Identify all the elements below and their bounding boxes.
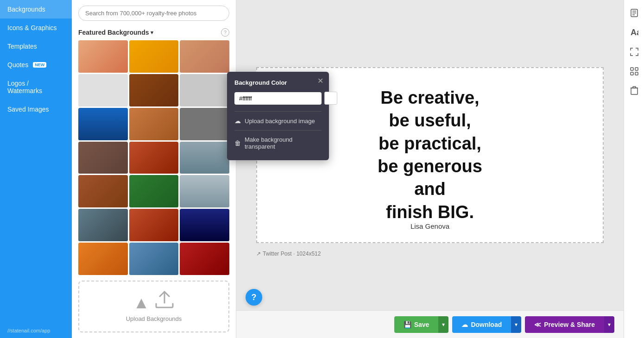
preview-share-chevron-button[interactable]: ▾ <box>604 316 614 333</box>
list-item[interactable] <box>129 142 179 174</box>
list-item[interactable] <box>78 209 128 241</box>
bottom-bar: 💾 Save ▾ ☁ Download ▾ ≪ Preview & Share … <box>236 310 624 338</box>
color-swatch[interactable] <box>324 92 337 105</box>
list-item[interactable] <box>180 74 229 106</box>
sidebar-item-label: Saved Images <box>7 106 49 113</box>
color-input-row <box>234 92 322 105</box>
list-item[interactable] <box>129 175 179 207</box>
list-item[interactable] <box>129 40 179 73</box>
expand-tool-button[interactable] <box>627 44 642 59</box>
list-item[interactable] <box>129 108 179 140</box>
image-grid <box>72 40 236 275</box>
sidebar-item-quotes[interactable]: Quotes NEW <box>0 56 72 74</box>
svg-rect-6 <box>635 68 638 70</box>
list-item[interactable] <box>180 108 229 140</box>
chevron-down-icon: ▾ <box>151 30 153 36</box>
right-tools: Aa <box>624 0 644 338</box>
list-item[interactable] <box>78 175 128 207</box>
list-item[interactable] <box>129 74 179 106</box>
sidebar-item-templates[interactable]: Templates <box>0 37 72 56</box>
sidebar-footer: //statenail.com/app <box>0 323 72 338</box>
list-item[interactable] <box>78 243 128 275</box>
sidebar: Backgrounds Icons & Graphics Templates Q… <box>0 0 72 338</box>
trash-icon: 🗑 <box>234 139 241 147</box>
svg-rect-8 <box>635 72 638 75</box>
save-chevron-button[interactable]: ▾ <box>438 316 448 333</box>
page-tool-button[interactable] <box>627 6 642 20</box>
upload-background-action[interactable]: ☁ Upload background image <box>234 114 322 127</box>
search-bar <box>72 0 236 26</box>
download-button-group: ☁ Download ▾ <box>452 316 521 333</box>
share-icon: ≪ <box>534 321 541 328</box>
grid-tool-button[interactable] <box>627 64 642 79</box>
list-item[interactable] <box>180 142 229 174</box>
list-item[interactable] <box>180 40 229 73</box>
list-item[interactable] <box>129 243 179 275</box>
download-icon: ☁ <box>461 321 468 328</box>
download-chevron-button[interactable]: ▾ <box>511 316 521 333</box>
sidebar-item-label: Logos / Watermarks <box>7 80 64 94</box>
svg-text:Aa: Aa <box>631 28 638 37</box>
sidebar-item-label: Backgrounds <box>7 6 45 13</box>
left-panel: Featured Backgrounds ▾ ? <box>72 0 236 338</box>
list-item[interactable] <box>78 74 128 106</box>
list-item[interactable] <box>129 209 179 241</box>
search-input[interactable] <box>78 6 229 21</box>
featured-header: Featured Backgrounds ▾ ? <box>72 26 236 40</box>
svg-rect-9 <box>631 88 638 94</box>
featured-title[interactable]: Featured Backgrounds ▾ <box>78 29 153 36</box>
upload-icon: ☁ <box>234 117 241 125</box>
text-tool-button[interactable]: Aa <box>627 25 642 40</box>
main-area: Be creative,be useful,be practical,be ge… <box>236 0 624 338</box>
sidebar-item-backgrounds[interactable]: Backgrounds <box>0 0 72 19</box>
popup-title: Background Color <box>234 79 322 86</box>
help-fab[interactable]: ? <box>246 289 262 306</box>
divider <box>234 130 322 131</box>
save-button-group: 💾 Save ▾ <box>394 316 449 333</box>
sidebar-item-saved-images[interactable]: Saved Images <box>0 100 72 119</box>
list-item[interactable] <box>78 108 128 140</box>
upload-icon: ▲ <box>133 291 175 313</box>
sidebar-item-icons-graphics[interactable]: Icons & Graphics <box>0 19 72 37</box>
list-item[interactable] <box>78 142 128 174</box>
upload-area[interactable]: ▲ Upload Backgrounds <box>78 281 229 332</box>
divider <box>234 111 322 112</box>
hex-color-input[interactable] <box>234 92 322 105</box>
list-item[interactable] <box>78 40 128 73</box>
canvas-author: Lisa Genova <box>257 222 603 230</box>
bg-color-popup: Background Color ✕ ☁ Upload background i… <box>227 72 329 160</box>
sidebar-item-label: Templates <box>7 43 37 50</box>
help-icon[interactable]: ? <box>221 28 229 37</box>
save-icon: 💾 <box>404 321 411 328</box>
download-button[interactable]: ☁ Download <box>452 316 511 333</box>
delete-tool-button[interactable] <box>627 83 642 98</box>
new-badge: NEW <box>33 62 46 68</box>
canvas-size-label: ↗ Twitter Post · 1024x512 <box>256 250 321 257</box>
upload-label: Upload Backgrounds <box>126 315 182 322</box>
preview-share-button[interactable]: ≪ Preview & Share <box>525 316 604 333</box>
list-item[interactable] <box>180 209 229 241</box>
sidebar-item-label: Quotes <box>7 61 28 69</box>
make-transparent-action[interactable]: 🗑 Make background transparent <box>234 133 322 153</box>
svg-rect-7 <box>631 72 633 75</box>
list-item[interactable] <box>180 243 229 275</box>
list-item[interactable] <box>180 175 229 207</box>
save-button[interactable]: 💾 Save <box>394 316 439 333</box>
close-icon[interactable]: ✕ <box>317 76 323 85</box>
canvas-quote-text: Be creative,be useful,be practical,be ge… <box>378 87 482 224</box>
preview-share-button-group: ≪ Preview & Share ▾ <box>525 316 614 333</box>
sidebar-item-label: Icons & Graphics <box>7 24 57 31</box>
svg-rect-5 <box>631 68 633 70</box>
sidebar-item-logos-watermarks[interactable]: Logos / Watermarks <box>0 74 72 100</box>
